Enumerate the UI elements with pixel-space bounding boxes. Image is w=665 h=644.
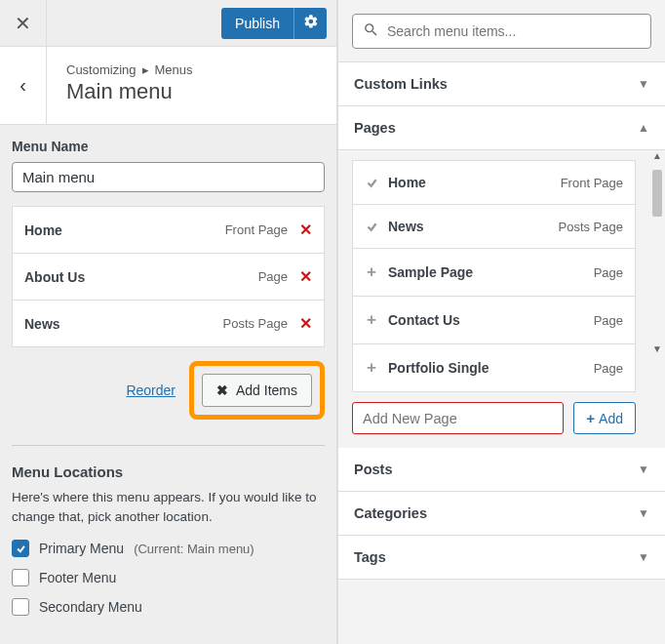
add-page-button[interactable]: + Add: [573, 402, 636, 434]
accordion-title: Posts: [354, 462, 393, 477]
location-label: Secondary Menu: [39, 599, 142, 615]
close-icon: ✕: [299, 268, 312, 285]
menu-item-title: About Us: [24, 269, 85, 285]
menu-item-type: Posts Page: [223, 316, 289, 331]
page-item-title: Contact Us: [388, 312, 460, 328]
page-item[interactable]: + Contact Us Page: [353, 297, 635, 344]
search-icon: [363, 21, 379, 41]
page-item-title: Home: [388, 175, 426, 190]
page-item-type: Posts Page: [559, 220, 624, 234]
page-item[interactable]: Home Front Page: [353, 161, 635, 205]
chevron-down-icon: ▼: [638, 463, 649, 476]
scroll-down-icon[interactable]: ▼: [652, 343, 662, 355]
plus-icon: +: [586, 410, 595, 426]
accordion-tags[interactable]: Tags ▼: [338, 535, 665, 580]
page-item[interactable]: + Sample Page Page: [353, 249, 635, 297]
location-option[interactable]: Footer Menu: [12, 569, 325, 586]
checkbox[interactable]: [12, 569, 29, 586]
menu-locations-description: Here's where this menu appears. If you w…: [12, 488, 325, 526]
accordion-title: Tags: [354, 549, 386, 565]
page-item-title: Sample Page: [388, 264, 473, 280]
page-item-type: Page: [594, 313, 623, 328]
menu-locations-heading: Menu Locations: [12, 463, 325, 480]
close-panel-button[interactable]: ✕: [0, 0, 47, 47]
breadcrumb-parent: Menus: [155, 62, 193, 77]
location-sublabel: (Current: Main menu): [134, 542, 254, 556]
reorder-link[interactable]: Reorder: [126, 382, 176, 398]
menu-item[interactable]: News Posts Page ✕: [13, 301, 324, 346]
remove-menu-item-button[interactable]: ✕: [299, 314, 312, 333]
chevron-down-icon: ▼: [638, 506, 649, 520]
menu-item-title: Home: [24, 222, 62, 238]
page-title: Main menu: [66, 79, 323, 104]
accordion-posts[interactable]: Posts ▼: [338, 447, 665, 492]
menu-item-title: News: [24, 316, 60, 332]
publish-settings-button[interactable]: [293, 8, 327, 39]
search-input[interactable]: [387, 23, 641, 39]
menu-item[interactable]: Home Front Page ✕: [13, 207, 324, 254]
close-icon: ✕: [299, 315, 312, 332]
menu-item-type: Page: [258, 269, 288, 284]
breadcrumb: Customizing ▸ Menus: [66, 62, 323, 77]
menu-item-type: Front Page: [225, 222, 288, 237]
scroll-up-icon[interactable]: ▲: [652, 150, 662, 162]
accordion-title: Custom Links: [354, 76, 448, 92]
menu-name-label: Menu Name: [12, 139, 325, 154]
publish-button[interactable]: Publish: [221, 8, 293, 39]
breadcrumb-section: Customizing: [66, 62, 137, 77]
divider: [12, 445, 325, 446]
page-item-type: Page: [594, 265, 623, 280]
menu-name-input[interactable]: [12, 162, 325, 192]
checkbox[interactable]: [12, 598, 29, 616]
accordion-categories[interactable]: Categories ▼: [338, 491, 665, 536]
close-icon: ✕: [299, 221, 312, 238]
accordion-custom-links[interactable]: Custom Links ▼: [338, 61, 665, 106]
page-item[interactable]: + Portfolio Single Page: [353, 344, 635, 391]
location-label: Footer Menu: [39, 570, 116, 585]
plus-icon: +: [365, 358, 378, 378]
checkbox[interactable]: [12, 540, 29, 557]
page-item[interactable]: News Posts Page: [353, 205, 635, 249]
location-option[interactable]: Secondary Menu: [12, 598, 325, 616]
add-new-page-input[interactable]: [352, 402, 564, 434]
add-page-label: Add: [599, 411, 623, 426]
gear-icon: [303, 14, 319, 32]
location-option[interactable]: Primary Menu (Current: Main menu): [12, 540, 325, 557]
back-button[interactable]: ‹: [0, 47, 47, 124]
accordion-title: Pages: [354, 120, 396, 136]
check-icon: [365, 177, 378, 189]
location-label: Primary Menu: [39, 541, 124, 556]
page-item-type: Page: [594, 361, 623, 376]
chevron-down-icon: ▼: [638, 77, 649, 91]
page-item-type: Front Page: [561, 176, 623, 190]
remove-menu-item-button[interactable]: ✕: [299, 267, 312, 286]
chevron-left-icon: ‹: [20, 74, 26, 97]
menu-items-list: Home Front Page ✕ About Us Page ✕ News P…: [12, 206, 325, 347]
plus-icon: +: [365, 310, 378, 330]
chevron-down-icon: ▼: [638, 550, 649, 564]
check-icon: [365, 221, 378, 233]
highlight-annotation: ✖ Add Items: [189, 361, 325, 420]
search-box[interactable]: [352, 14, 651, 49]
chevron-right-icon: ▸: [142, 62, 149, 77]
chevron-up-icon: ▲: [638, 121, 649, 135]
close-icon: ✖: [216, 382, 228, 398]
accordion-title: Categories: [354, 505, 427, 521]
add-items-button[interactable]: ✖ Add Items: [202, 374, 312, 407]
page-item-title: News: [388, 219, 424, 234]
remove-menu-item-button[interactable]: ✕: [299, 221, 312, 239]
scrollbar-thumb[interactable]: [652, 170, 662, 217]
add-items-label: Add Items: [236, 382, 297, 398]
page-item-title: Portfolio Single: [388, 360, 489, 376]
plus-icon: +: [365, 262, 378, 282]
scrollbar[interactable]: ▲ ▼: [649, 150, 665, 355]
menu-item[interactable]: About Us Page ✕: [13, 254, 324, 301]
accordion-pages[interactable]: Pages ▲: [338, 105, 665, 150]
